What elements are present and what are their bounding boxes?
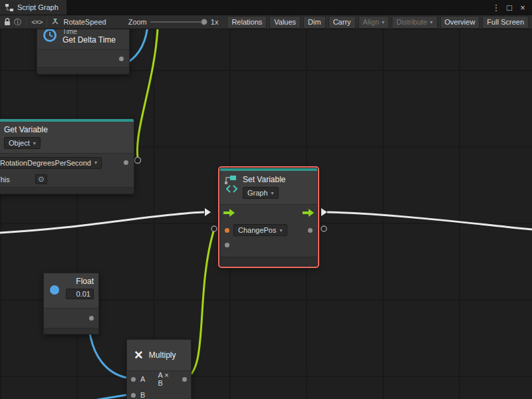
- node-header: × Multiply: [127, 340, 191, 370]
- chevron-down-icon: ▾: [430, 18, 433, 27]
- node-header: Time Get Delta Time: [37, 29, 129, 49]
- variable-scope-dropdown[interactable]: Object ▾: [4, 137, 41, 149]
- getvariable-output-port[interactable]: [135, 158, 141, 164]
- variable-name-dropdown[interactable]: RotationDegreesPerSecond ▾: [0, 157, 102, 169]
- multiply-output-port[interactable]: [182, 377, 187, 382]
- float-value-field[interactable]: [66, 289, 94, 299]
- chevron-down-icon: ▾: [94, 160, 97, 166]
- deltatime-output-port[interactable]: [119, 57, 124, 61]
- window-controls: ⋮ □ ×: [489, 0, 532, 15]
- toolbar-buttons: Relations Values Dim Carry Align▾ Distri…: [227, 16, 529, 29]
- variable-name-dropdown[interactable]: ChangePos ▾: [233, 224, 287, 236]
- align-button[interactable]: Align▾: [358, 16, 389, 29]
- node-multiply[interactable]: × Multiply A A × B B: [126, 339, 192, 399]
- zoom-control: Zoom 1x: [128, 18, 219, 26]
- value-input-port[interactable]: [225, 228, 229, 233]
- fallback-port-row: [220, 238, 317, 251]
- zoom-slider[interactable]: [150, 21, 207, 23]
- variable-port[interactable]: [124, 160, 128, 165]
- port-b-label: B: [140, 391, 145, 399]
- node-footer: [44, 328, 98, 334]
- port-a-label: A: [140, 375, 145, 383]
- node-title: Float: [49, 277, 94, 286]
- node-get-variable[interactable]: Get Variable Object ▾ RotationDegreesPer…: [0, 118, 134, 194]
- node-title: Get Variable: [0, 122, 134, 136]
- carry-button[interactable]: Carry: [329, 16, 356, 29]
- wire-flow-in[interactable]: [0, 212, 204, 233]
- graph-asset-icon: [52, 18, 60, 27]
- zoom-label: Zoom: [128, 18, 147, 26]
- node-set-variable[interactable]: Set Variable Graph ▾ ChangePos: [219, 168, 318, 267]
- lock-icon[interactable]: [3, 17, 11, 27]
- values-button[interactable]: Values: [269, 16, 301, 29]
- node-float[interactable]: Float: [43, 273, 99, 334]
- zoom-slider-thumb[interactable]: [201, 19, 207, 25]
- setvariable-flow-out-arrow[interactable]: [321, 208, 327, 216]
- target-self-icon[interactable]: ⊙: [35, 174, 47, 184]
- node-title: Set Variable: [243, 175, 285, 184]
- port-result-label: A × B: [158, 371, 173, 387]
- node-body-spacer: [220, 251, 317, 257]
- setvariable-value-out-port[interactable]: [321, 226, 327, 231]
- value-output-port[interactable]: [308, 228, 313, 233]
- distribute-button[interactable]: Distribute▾: [392, 16, 437, 29]
- info-icon[interactable]: ⓘ: [14, 17, 21, 27]
- graph-toolbar: ⓘ <×> RotateSpeed Zoom 1x Relations Valu…: [0, 15, 532, 29]
- node-port-row: [37, 49, 129, 67]
- node-footer: [220, 257, 317, 266]
- setvariable-value-in-port[interactable]: [211, 226, 217, 231]
- chevron-down-icon: ▾: [33, 140, 36, 146]
- variable-name-row: RotationDegreesPerSecond ▾: [0, 154, 134, 172]
- graph-canvas[interactable]: Time Get Delta Time Get Variable Object …: [0, 29, 532, 399]
- fallback-input-port[interactable]: [225, 243, 229, 247]
- flow-in-arrow-icon[interactable]: [223, 209, 235, 218]
- setvariable-flow-in-arrow[interactable]: [205, 208, 211, 216]
- fullscreen-button[interactable]: Full Screen: [482, 16, 529, 29]
- clock-icon: [43, 29, 57, 44]
- float-output-port[interactable]: [89, 316, 94, 321]
- relations-button[interactable]: Relations: [227, 16, 267, 29]
- flow-out-arrow-icon[interactable]: [303, 209, 314, 218]
- wire-to-multiply-b[interactable]: [86, 394, 131, 399]
- chevron-down-icon: ▾: [271, 190, 274, 196]
- graph-variable-icon: [225, 175, 238, 200]
- window-maximize-icon[interactable]: □: [503, 0, 516, 15]
- port-row-b: B: [127, 387, 191, 399]
- multiply-input-a-port[interactable]: [131, 377, 136, 382]
- node-get-delta-time[interactable]: Time Get Delta Time: [37, 29, 130, 74]
- toolbar-separator: [47, 17, 47, 27]
- chevron-down-icon: ▾: [280, 227, 283, 233]
- target-label: This: [0, 176, 10, 184]
- node-title: Multiply: [149, 350, 176, 360]
- script-graph-icon: [5, 4, 13, 11]
- variable-value-row: ChangePos ▾: [220, 222, 317, 238]
- multiply-icon: ×: [134, 348, 143, 362]
- multiply-input-b-port[interactable]: [131, 393, 136, 398]
- window-menu-icon[interactable]: ⋮: [489, 0, 503, 15]
- scope-row: Object ▾: [0, 136, 134, 153]
- code-graph-icon[interactable]: <×>: [31, 17, 42, 27]
- chevron-down-icon: ▾: [382, 18, 384, 27]
- variable-scope-dropdown[interactable]: Graph ▾: [243, 187, 279, 199]
- zoom-value: 1x: [211, 18, 219, 26]
- float-type-icon: [50, 285, 59, 295]
- node-header: Float: [44, 273, 98, 308]
- wire-flow-out[interactable]: [327, 212, 532, 229]
- window-close-icon[interactable]: ×: [516, 0, 529, 15]
- node-title: Get Delta Time: [63, 35, 116, 45]
- flow-port-row: [220, 205, 317, 222]
- tab-script-graph[interactable]: Script Graph: [0, 0, 66, 15]
- port-row-a: A A × B: [127, 371, 191, 387]
- node-footer: [0, 187, 134, 194]
- target-row: This ⊙: [0, 172, 134, 187]
- node-group-label: Time: [63, 29, 116, 35]
- tab-title: Script Graph: [17, 3, 59, 11]
- node-port-row: [44, 308, 98, 328]
- window-tab-bar: Script Graph ⋮ □ ×: [0, 0, 532, 15]
- graph-name-label: RotateSpeed: [52, 18, 106, 27]
- node-header: Set Variable Graph ▾: [220, 171, 317, 204]
- overview-button[interactable]: Overview: [440, 16, 480, 29]
- node-footer: [37, 67, 129, 74]
- dim-button[interactable]: Dim: [303, 16, 326, 29]
- toolbar-separator: [26, 17, 27, 27]
